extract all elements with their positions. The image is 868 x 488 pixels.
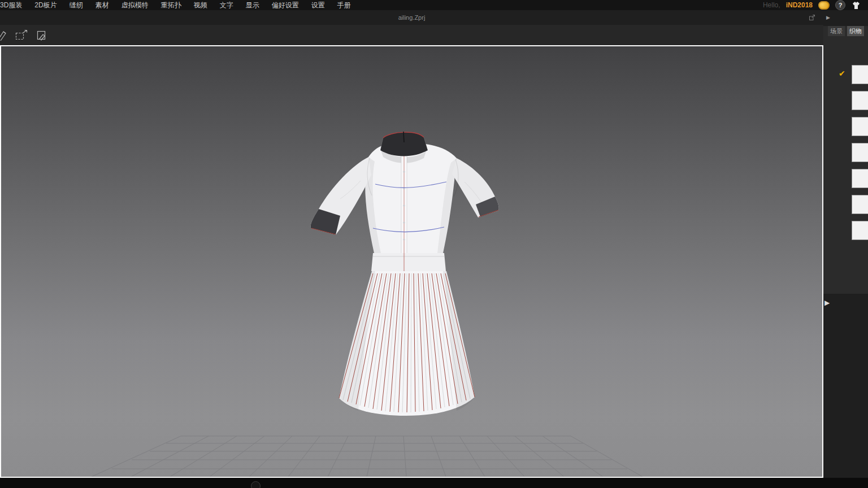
menu-item-settings[interactable]: 设置 (305, 0, 331, 10)
menu-item-2d-pattern[interactable]: 2D板片 (28, 0, 63, 10)
menu-item-video[interactable]: 视频 (188, 0, 214, 10)
panel-collapse-arrow-mid[interactable]: ▶ (824, 299, 830, 306)
fabric-item[interactable] (823, 221, 868, 240)
menu-item-manual[interactable]: 手册 (331, 0, 357, 10)
fabric-swatch[interactable] (852, 143, 868, 162)
pattern-board-tool-icon[interactable] (36, 29, 47, 41)
menu-bar: 3D服装 2D板片 缝纫 素材 虚拟模特 重拓扑 视频 文字 显示 偏好设置 设… (0, 0, 868, 10)
menu-item-sewing[interactable]: 缝纫 (63, 0, 89, 10)
help-icon[interactable]: ? (835, 0, 845, 10)
menu-item-preferences[interactable]: 偏好设置 (266, 0, 305, 10)
project-filename: ailing.Zprj (0, 10, 823, 25)
wardrobe-icon[interactable] (851, 1, 861, 10)
fabric-item[interactable] (823, 117, 868, 136)
menu-item-avatar[interactable]: 虚拟模特 (115, 0, 155, 10)
fabric-item[interactable] (823, 143, 868, 162)
tab-scene[interactable]: 场景 (828, 26, 845, 36)
menu-item-retopology[interactable]: 重拓扑 (155, 0, 188, 10)
title-bar: ailing.Zprj (0, 10, 823, 25)
fabric-swatch[interactable] (852, 195, 868, 214)
pen-tool-icon[interactable] (0, 29, 7, 41)
garment-3d-model[interactable] (311, 132, 499, 416)
fabric-item[interactable] (823, 195, 868, 214)
right-panel: ▶ 场景 织物 ✔ (823, 10, 868, 478)
menu-item-display[interactable]: 显示 (240, 0, 266, 10)
bottom-bar-button[interactable] (251, 481, 261, 488)
3d-scene (1, 46, 822, 477)
menu-item-text[interactable]: 文字 (214, 0, 240, 10)
fabric-swatch[interactable] (852, 91, 868, 110)
fabric-item[interactable] (823, 169, 868, 188)
tab-fabric[interactable]: 织物 (847, 26, 864, 36)
fabric-swatch[interactable] (852, 221, 868, 240)
menu-account-area: Hello, iND2018 ? (763, 0, 868, 10)
menu-item-material[interactable]: 素材 (89, 0, 115, 10)
username-text: iND2018 (786, 1, 813, 9)
coin-icon[interactable] (818, 1, 830, 10)
fabric-list: ✔ (823, 65, 868, 247)
greeting-text: Hello, (763, 1, 780, 9)
floor-grid (92, 436, 643, 477)
check-icon: ✔ (839, 69, 845, 77)
app-window: 3D服装 2D板片 缝纫 素材 虚拟模特 重拓扑 视频 文字 显示 偏好设置 设… (0, 0, 868, 488)
fabric-item[interactable] (823, 91, 868, 110)
fabric-swatch[interactable] (852, 65, 868, 84)
fabric-item[interactable]: ✔ (823, 65, 868, 84)
3d-viewport[interactable] (0, 45, 823, 478)
bottom-bar (0, 478, 868, 488)
transform-gizmo-tool-icon[interactable] (15, 29, 28, 41)
fabric-swatch[interactable] (852, 117, 868, 136)
popout-icon[interactable] (809, 14, 815, 21)
right-panel-tabs: 场景 织物 (828, 26, 864, 36)
viewport-toolbar (0, 25, 823, 45)
menu-item-3d-garment[interactable]: 3D服装 (0, 0, 28, 10)
panel-collapse-arrow-top[interactable]: ▶ (826, 15, 830, 20)
fabric-swatch[interactable] (852, 169, 868, 188)
